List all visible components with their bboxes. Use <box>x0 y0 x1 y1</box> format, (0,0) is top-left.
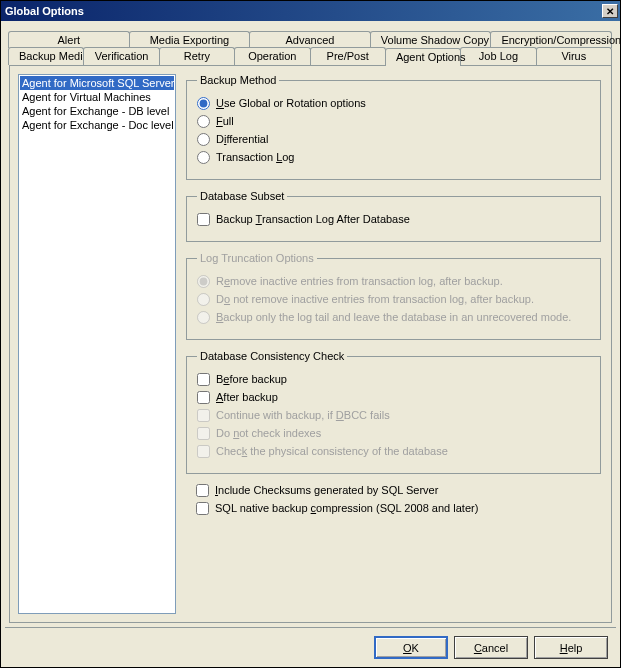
group-backup-method: Backup Method Use Global or Rotation opt… <box>186 74 601 180</box>
check-extra-0-input[interactable] <box>196 484 209 497</box>
check-dbcc-1[interactable]: After backup <box>197 391 590 404</box>
check-dbcc-2: Continue with backup, if DBCC fails <box>197 409 590 422</box>
tab-encryption-compression[interactable]: Encryption/Compression <box>490 31 612 48</box>
check-dbcc-1-input[interactable] <box>197 391 210 404</box>
tab-media-exporting[interactable]: Media Exporting <box>129 31 251 48</box>
check-extra-0[interactable]: Include Checksums generated by SQL Serve… <box>196 484 601 497</box>
check-dbcc-3-label: Do not check indexes <box>216 427 321 440</box>
check-dbcc-3: Do not check indexes <box>197 427 590 440</box>
tab-page-agent-options: Agent for Microsoft SQL ServerAgent for … <box>9 65 612 623</box>
check-dbcc-1-label: After backup <box>216 391 278 404</box>
agent-options-pane: Backup Method Use Global or Rotation opt… <box>184 74 603 614</box>
group-log-truncation: Log Truncation Options Remove inactive e… <box>186 252 601 340</box>
help-button[interactable]: Help <box>534 636 608 659</box>
check-dbcc-3-input <box>197 427 210 440</box>
check-dbcc-4-label: Check the physical consistency of the da… <box>216 445 448 458</box>
radio-backup-method-0-input[interactable] <box>197 97 210 110</box>
check-dbcc-0-input[interactable] <box>197 373 210 386</box>
tab-alert[interactable]: Alert <box>8 31 130 48</box>
ok-button[interactable]: OK <box>374 636 448 659</box>
tab-strip: AlertMedia ExportingAdvancedVolume Shado… <box>9 31 612 65</box>
radio-backup-method-0[interactable]: Use Global or Rotation options <box>197 97 590 110</box>
tab-volume-shadow-copy-service[interactable]: Volume Shadow Copy Service <box>370 31 492 48</box>
radio-backup-method-1-label: Full <box>216 115 234 128</box>
close-icon[interactable]: ✕ <box>602 4 618 18</box>
check-dbcc-0-label: Before backup <box>216 373 287 386</box>
group-database-subset: Database Subset Backup Transaction Log A… <box>186 190 601 242</box>
tab-advanced[interactable]: Advanced <box>249 31 371 48</box>
tab-verification[interactable]: Verification <box>83 47 159 65</box>
radio-backup-method-2-input[interactable] <box>197 133 210 146</box>
button-bar: OK Cancel Help <box>5 627 616 663</box>
window-title: Global Options <box>5 5 84 17</box>
tab-job-log[interactable]: Job Log <box>460 47 536 65</box>
radio-backup-method-3-label: Transaction Log <box>216 151 295 164</box>
radio-log-trunc-0: Remove inactive entries from transaction… <box>197 275 590 288</box>
list-item[interactable]: Agent for Exchange - Doc level <box>20 118 174 132</box>
check-extra-0-label: Include Checksums generated by SQL Serve… <box>215 484 438 497</box>
cancel-button[interactable]: Cancel <box>454 636 528 659</box>
legend-backup-method: Backup Method <box>197 74 279 86</box>
legend-log-truncation: Log Truncation Options <box>197 252 317 264</box>
radio-backup-method-3[interactable]: Transaction Log <box>197 151 590 164</box>
radio-backup-method-0-label: Use Global or Rotation options <box>216 97 366 110</box>
legend-dbcc: Database Consistency Check <box>197 350 347 362</box>
check-backup-tlog-after-db[interactable]: Backup Transaction Log After Database <box>197 213 590 226</box>
check-dbcc-2-label: Continue with backup, if DBCC fails <box>216 409 390 422</box>
radio-log-trunc-0-input <box>197 275 210 288</box>
radio-backup-method-3-input[interactable] <box>197 151 210 164</box>
radio-log-trunc-1: Do not remove inactive entries from tran… <box>197 293 590 306</box>
check-extra-1[interactable]: SQL native backup compression (SQL 2008 … <box>196 502 601 515</box>
check-backup-tlog-after-db-label: Backup Transaction Log After Database <box>216 213 410 226</box>
radio-log-trunc-1-input <box>197 293 210 306</box>
radio-log-trunc-2: Backup only the log tail and leave the d… <box>197 311 590 324</box>
radio-backup-method-1-input[interactable] <box>197 115 210 128</box>
radio-backup-method-2-label: Differential <box>216 133 268 146</box>
tab-operation[interactable]: Operation <box>234 47 310 65</box>
client-area: AlertMedia ExportingAdvancedVolume Shado… <box>1 21 620 667</box>
title-bar: Global Options ✕ <box>1 1 620 21</box>
check-dbcc-4-input <box>197 445 210 458</box>
list-item[interactable]: Agent for Microsoft SQL Server <box>20 76 174 90</box>
radio-log-trunc-1-label: Do not remove inactive entries from tran… <box>216 293 534 306</box>
tab-agent-options[interactable]: Agent Options <box>385 48 461 66</box>
check-backup-tlog-after-db-input[interactable] <box>197 213 210 226</box>
check-dbcc-4: Check the physical consistency of the da… <box>197 445 590 458</box>
legend-database-subset: Database Subset <box>197 190 287 202</box>
group-dbcc: Database Consistency Check Before backup… <box>186 350 601 474</box>
radio-log-trunc-0-label: Remove inactive entries from transaction… <box>216 275 503 288</box>
list-item[interactable]: Agent for Virtual Machines <box>20 90 174 104</box>
tab-backup-media[interactable]: Backup Media <box>8 47 84 65</box>
list-item[interactable]: Agent for Exchange - DB level <box>20 104 174 118</box>
radio-backup-method-2[interactable]: Differential <box>197 133 590 146</box>
check-dbcc-0[interactable]: Before backup <box>197 373 590 386</box>
tab-pre-post[interactable]: Pre/Post <box>310 47 386 65</box>
radio-log-trunc-2-input <box>197 311 210 324</box>
check-dbcc-2-input <box>197 409 210 422</box>
radio-backup-method-1[interactable]: Full <box>197 115 590 128</box>
tab-retry[interactable]: Retry <box>159 47 235 65</box>
check-extra-1-input[interactable] <box>196 502 209 515</box>
tab-virus[interactable]: Virus <box>536 47 612 65</box>
radio-log-trunc-2-label: Backup only the log tail and leave the d… <box>216 311 571 324</box>
check-extra-1-label: SQL native backup compression (SQL 2008 … <box>215 502 478 515</box>
agent-list[interactable]: Agent for Microsoft SQL ServerAgent for … <box>18 74 176 614</box>
